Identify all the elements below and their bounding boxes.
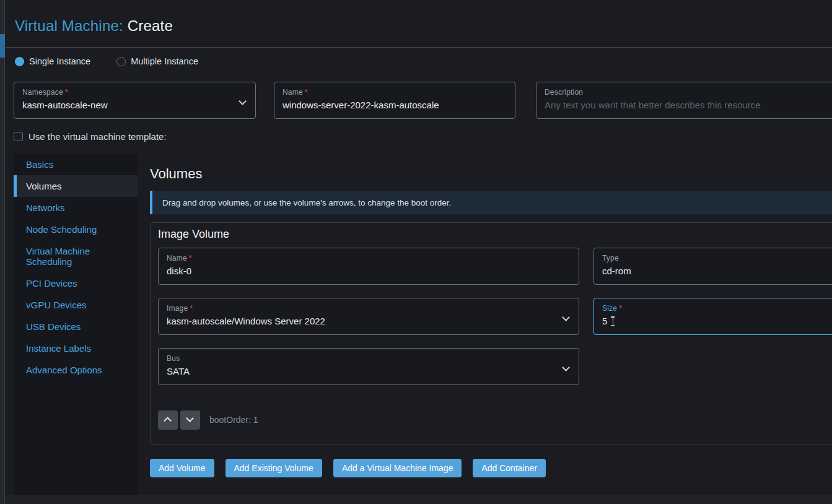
- namespace-select[interactable]: Namespace* kasm-autoscale-new: [14, 82, 256, 119]
- required-asterisk: *: [65, 88, 68, 97]
- volume-type-value: cd-rom: [602, 266, 832, 276]
- boot-order-info-banner: Drag and drop volumes, or use the volume…: [150, 191, 832, 214]
- text-cursor-icon: [610, 316, 615, 326]
- boot-order-info-text: Drag and drop volumes, or use the volume…: [162, 198, 451, 207]
- volume-bus-label: Bus: [167, 354, 180, 363]
- chevron-down-icon: [186, 414, 194, 422]
- required-asterisk: *: [190, 304, 193, 313]
- app-nav-strip: [0, 0, 5, 504]
- volume-bus-select[interactable]: Bus SATA: [158, 348, 579, 385]
- tab-advanced-options[interactable]: Advanced Options: [14, 359, 138, 381]
- namespace-value: kasm-autoscale-new: [22, 100, 247, 110]
- volume-size-label: Size: [602, 304, 617, 313]
- checkbox-unchecked-icon[interactable]: [14, 132, 23, 141]
- add-existing-volume-button[interactable]: Add Existing Volume: [226, 459, 322, 477]
- tab-basics[interactable]: Basics: [14, 154, 138, 175]
- radio-selected-icon: [15, 57, 24, 66]
- radio-single-instance-label: Single Instance: [29, 56, 90, 66]
- page-title-action: Create: [128, 17, 173, 34]
- radio-unselected-icon: [116, 57, 126, 66]
- page-title: Virtual Machine: Create: [15, 17, 173, 35]
- volume-name-label: Name: [167, 254, 187, 263]
- image-volume-card-title: Image Volume: [158, 228, 229, 241]
- tab-networks[interactable]: Networks: [14, 197, 138, 219]
- tab-volumes[interactable]: Volumes: [14, 175, 138, 197]
- tab-usb-devices[interactable]: USB Devices: [14, 316, 138, 337]
- add-volume-button[interactable]: Add Volume: [150, 459, 214, 477]
- name-label: Name: [282, 88, 303, 97]
- volumes-section-heading: Volumes: [150, 166, 202, 182]
- add-container-button[interactable]: Add Container: [473, 459, 546, 477]
- volume-image-select[interactable]: Image* kasm-autoscale/Windows Server 202…: [158, 298, 579, 335]
- boot-order-value: bootOrder: 1: [209, 415, 258, 425]
- use-template-label: Use the virtual machine template:: [28, 131, 167, 142]
- form-tabs-sidebar: Basics Volumes Networks Node Scheduling …: [14, 154, 138, 495]
- namespace-label: Namespace: [22, 88, 63, 97]
- tab-pci-devices[interactable]: PCI Devices: [14, 272, 138, 294]
- add-virtual-machine-image-button[interactable]: Add a Virtual Machine Image: [333, 459, 462, 477]
- radio-multiple-instance[interactable]: Multiple Instance: [116, 56, 198, 66]
- volume-name-input[interactable]: Name* disk-0: [158, 248, 579, 285]
- volume-type-field[interactable]: Type cd-rom: [593, 248, 832, 285]
- move-volume-up-button[interactable]: [158, 411, 178, 430]
- radio-multiple-instance-label: Multiple Instance: [131, 56, 198, 66]
- radio-single-instance[interactable]: Single Instance: [15, 56, 90, 66]
- description-input[interactable]: Description Any text you want that bette…: [536, 82, 832, 119]
- tab-instance-labels[interactable]: Instance Labels: [14, 337, 138, 359]
- header-divider: [6, 47, 832, 48]
- volume-size-value: 5: [602, 316, 607, 326]
- volume-type-label: Type: [602, 254, 619, 263]
- app-nav-active-indicator: [0, 34, 5, 58]
- description-placeholder: Any text you want that better describes …: [545, 100, 832, 110]
- tab-virtual-machine-scheduling[interactable]: Virtual Machine Scheduling: [14, 240, 138, 272]
- tab-node-scheduling[interactable]: Node Scheduling: [14, 219, 138, 240]
- volume-actions: Add Volume Add Existing Volume Add a Vir…: [150, 459, 546, 477]
- use-template-checkbox-row: Use the virtual machine template:: [14, 131, 167, 142]
- footer-strip: [5, 495, 832, 504]
- volume-image-value: kasm-autoscale/Windows Server 2022: [167, 316, 570, 326]
- required-asterisk: *: [305, 88, 308, 97]
- move-volume-down-button[interactable]: [180, 411, 200, 430]
- name-input[interactable]: Name* windows-server-2022-kasm-autoscale: [274, 82, 515, 119]
- volume-image-label: Image: [167, 304, 188, 313]
- chevron-up-icon: [164, 417, 172, 425]
- volume-size-input[interactable]: Size* 5: [593, 298, 832, 335]
- name-value: windows-server-2022-kasm-autoscale: [282, 100, 506, 110]
- required-asterisk: *: [189, 254, 192, 263]
- description-label: Description: [545, 88, 583, 97]
- required-asterisk: *: [619, 304, 622, 313]
- page-title-resource: Virtual Machine:: [15, 17, 123, 34]
- volume-name-value: disk-0: [167, 266, 570, 276]
- instance-mode-radio-group: Single Instance Multiple Instance: [15, 56, 198, 67]
- tab-vgpu-devices[interactable]: vGPU Devices: [14, 294, 138, 316]
- volume-bus-value: SATA: [167, 366, 570, 376]
